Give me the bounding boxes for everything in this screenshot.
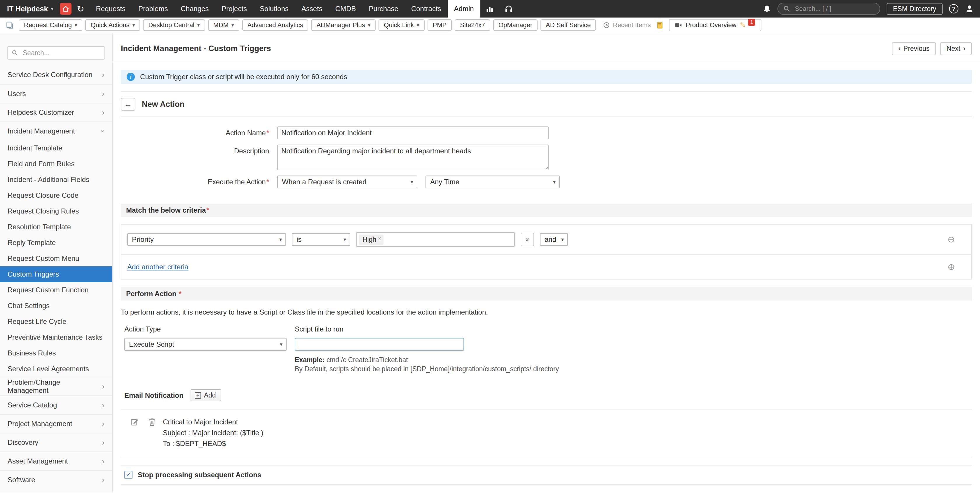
criteria-operator-select[interactable]: is ▾ <box>292 233 350 246</box>
chevron-down-icon: ▾ <box>344 236 346 243</box>
toolbar-button[interactable]: OpManager ▾ <box>493 19 538 31</box>
stop-processing-checkbox[interactable]: ✓ <box>124 471 132 479</box>
reports-button[interactable] <box>480 5 499 13</box>
topnav-item[interactable]: Requests <box>90 0 132 18</box>
chevron-down-icon: ▾ <box>561 236 564 243</box>
sidebar-item[interactable]: Software › <box>0 470 112 489</box>
criteria-value-box[interactable]: High × <box>356 232 515 247</box>
toolbar-button[interactable]: Advanced Analytics ▾ <box>242 19 309 31</box>
add-criteria-link[interactable]: Add another criteria <box>127 263 188 271</box>
topnav-item[interactable]: Purchase <box>363 0 405 18</box>
email-notification-item: Critical to Major Incident Subject : Maj… <box>121 410 972 457</box>
topnav-item[interactable]: Contracts <box>405 0 448 18</box>
next-button[interactable]: Next › <box>940 42 972 55</box>
global-search-input[interactable] <box>794 5 874 13</box>
brand-label: IT Helpdesk <box>7 5 48 13</box>
sidebar-item[interactable]: Incident Template › <box>0 140 112 156</box>
user-avatar[interactable] <box>965 4 974 13</box>
toolbar-button[interactable]: ADManager Plus ▾ <box>311 19 375 31</box>
edit-icon[interactable] <box>130 418 139 426</box>
toolbar-button[interactable]: Request Catalog ▾ <box>19 19 82 31</box>
sidebar-item[interactable]: Problem/Change Management › <box>0 377 112 396</box>
sidebar-item[interactable]: Incident Management › <box>0 121 112 140</box>
execute-time-select[interactable]: Any Time ▾ <box>425 176 560 188</box>
sidebar-item[interactable]: Custom Triggers › <box>0 266 112 282</box>
topnav-item[interactable]: Projects <box>215 0 253 18</box>
chevron-right-icon: › <box>102 383 105 390</box>
previous-button[interactable]: ‹ Previous <box>892 42 936 55</box>
notifications-button[interactable] <box>763 5 771 13</box>
sidebar-item[interactable]: Reply Template › <box>0 235 112 250</box>
home-button[interactable] <box>60 3 72 14</box>
remove-criteria-icon[interactable]: ⊖ <box>948 235 955 244</box>
question-icon: ? <box>952 6 956 12</box>
sidebar-item[interactable]: Chat Settings › <box>0 298 112 314</box>
sidebar-search-input[interactable] <box>22 48 100 57</box>
sidebar-item[interactable]: Asset Management › <box>0 452 112 470</box>
chevron-down-icon: ▾ <box>368 22 371 28</box>
toolbar-button[interactable]: Desktop Central ▾ <box>143 19 205 31</box>
sidebar-item[interactable]: Request Custom Menu › <box>0 250 112 266</box>
toolbar-button[interactable]: Quick Link ▾ <box>379 19 424 31</box>
sidebar-item[interactable]: Field and Form Rules › <box>0 156 112 172</box>
toolbar-button[interactable]: PMP ▾ <box>428 19 452 31</box>
sidebar-item[interactable]: Project Management › <box>0 414 112 433</box>
toolbar-button[interactable]: Site24x7 ▾ <box>455 19 490 31</box>
action-name-input[interactable] <box>277 126 549 139</box>
sidebar-item[interactable]: Service Desk Configuration › <box>0 65 112 84</box>
sidebar-item[interactable]: Service Catalog › <box>0 396 112 414</box>
history-button[interactable]: ↻ <box>77 4 84 14</box>
sidebar-item[interactable]: Request Custom Function › <box>0 282 112 298</box>
topnav-item[interactable]: CMDB <box>329 0 363 18</box>
chevron-right-icon: › <box>102 401 105 409</box>
sidebar-item[interactable]: Business Rules › <box>0 345 112 361</box>
add-criteria-icon[interactable]: ⊕ <box>948 263 955 271</box>
sidebar-item[interactable]: Request Closing Rules › <box>0 203 112 219</box>
panel-toggle-button[interactable] <box>6 21 14 29</box>
sidebar-item[interactable]: Request Life Cycle › <box>0 314 112 329</box>
remove-tag-icon[interactable]: × <box>378 236 381 241</box>
sidebar-menu: Service Desk Configuration › Users › Hel… <box>0 65 112 489</box>
toolbar-buttons: Request Catalog ▾ Quick Actions ▾ Deskto… <box>19 19 596 31</box>
execute-when-select[interactable]: When a Request is created ▾ <box>277 176 417 188</box>
sidebar-item[interactable]: Discovery › <box>0 433 112 452</box>
sidebar-item[interactable]: Preventive Maintenance Tasks › <box>0 329 112 345</box>
toolbar-button[interactable]: MDM ▾ <box>208 19 239 31</box>
person-icon <box>965 4 974 13</box>
sidebar-item[interactable]: Helpdesk Customizer › <box>0 103 112 121</box>
description-textarea[interactable]: Notification Regarding major incident to… <box>277 145 549 170</box>
sidebar-item[interactable]: Request Closure Code › <box>0 188 112 203</box>
notes-button[interactable] <box>656 21 663 29</box>
script-file-input[interactable] <box>295 338 464 351</box>
esm-directory-button[interactable]: ESM Directory <box>887 3 943 15</box>
recent-items-button[interactable]: Recent Items <box>603 21 651 29</box>
topnav-item[interactable]: Admin <box>448 0 480 18</box>
toolbar-button[interactable]: AD Self Service ▾ <box>541 19 596 31</box>
sidebar-item[interactable]: Service Level Agreements › <box>0 361 112 377</box>
chevron-down-icon: ▾ <box>132 22 135 28</box>
sidebar-item[interactable]: Incident - Additional Fields › <box>0 172 112 188</box>
help-button[interactable]: ? <box>949 4 958 13</box>
criteria-field-select[interactable]: Priority ▾ <box>127 233 286 246</box>
global-search[interactable] <box>778 3 880 15</box>
action-type-select[interactable]: Execute Script ▾ <box>124 338 286 351</box>
criteria-joiner-select[interactable]: and ▾ <box>540 233 568 246</box>
back-button[interactable]: ← <box>121 98 135 111</box>
delete-icon[interactable] <box>148 418 156 426</box>
product-overview-button[interactable]: Product Overview ✎ 1 <box>669 19 762 31</box>
topnav-item[interactable]: Changes <box>174 0 215 18</box>
criteria-row: Priority ▾ is ▾ High × <box>121 225 971 254</box>
sidebar-search[interactable] <box>7 46 105 60</box>
sidebar-item[interactable]: Resolution Template › <box>0 219 112 235</box>
brand-menu[interactable]: IT Helpdesk ▾ <box>5 5 58 13</box>
topnav-item[interactable]: Problems <box>132 0 174 18</box>
toolbar-button[interactable]: Quick Actions ▾ <box>85 19 140 31</box>
support-button[interactable] <box>499 5 518 13</box>
topnav-item[interactable]: Solutions <box>253 0 295 18</box>
script-file-label: Script file to run <box>295 325 559 333</box>
sidebar-item[interactable]: Users › <box>0 84 112 103</box>
pick-values-button[interactable]: » <box>521 233 534 246</box>
topnav-item[interactable]: Assets <box>295 0 329 18</box>
app-root: IT Helpdesk ▾ ↻ RequestsProblemsChangesP… <box>0 0 980 493</box>
add-email-notification-button[interactable]: + Add <box>191 389 221 401</box>
